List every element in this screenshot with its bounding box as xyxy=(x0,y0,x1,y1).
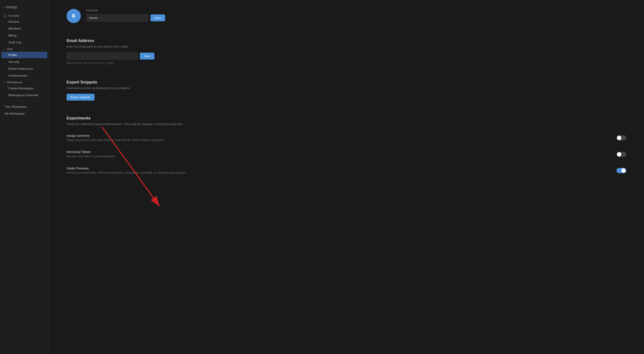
sidebar-section-workspaces: □ Workspaces xyxy=(0,79,48,85)
toggle-horizontal-tabset[interactable] xyxy=(616,152,626,157)
full-name-save-button[interactable]: Save xyxy=(150,15,165,21)
experiment-desc-horizontal-tabset: See your open files in a horizontal tabs… xyxy=(66,155,116,158)
email-section-divider xyxy=(66,32,626,32)
experiments-title: Experiments xyxy=(66,116,626,121)
experiment-info-assign-someone: Assign someoneAssign someone to each ema… xyxy=(66,134,165,142)
email-save-button[interactable]: Save xyxy=(140,53,154,60)
sidebar-item-audit-log[interactable]: Audit Log xyxy=(1,39,47,46)
experiment-row-assign-someone: Assign someoneAssign someone to each ema… xyxy=(66,130,626,146)
sidebar-item-security[interactable]: Security xyxy=(1,59,47,65)
experiment-name-assign-someone: Assign someone xyxy=(66,134,165,137)
export-section-divider xyxy=(66,74,626,74)
sidebar: ‹ Settings ◯ Account General Members Bil… xyxy=(0,0,49,354)
experiment-name-faster-previews: Faster Previews xyxy=(66,167,186,170)
toggle-assign-someone[interactable] xyxy=(616,135,626,141)
experiment-info-faster-previews: Faster PreviewsPreview your email faster… xyxy=(66,167,186,175)
sidebar-item-my-workspace[interactable]: My Workspace xyxy=(1,110,47,117)
experiments-section: Experiments These are unfinished experim… xyxy=(66,116,626,179)
circle-person-icon: ○ xyxy=(4,48,5,51)
experiment-name-horizontal-tabset: Horizontal Tabset xyxy=(66,150,116,154)
export-snippets-section: Export Snippets Download a zip file cont… xyxy=(66,80,626,101)
experiment-info-horizontal-tabset: Horizontal TabsetSee your open files in … xyxy=(66,150,116,158)
workspaces-icon: □ xyxy=(4,81,5,84)
sidebar-section-user: ○ User xyxy=(0,46,48,52)
person-icon: ◯ xyxy=(4,14,6,17)
back-label: Settings xyxy=(6,5,17,9)
email-section-title: Email Address xyxy=(66,39,626,43)
export-section-desc: Download a zip file containing all of yo… xyxy=(66,86,626,90)
back-button[interactable]: ‹ Settings xyxy=(0,4,48,13)
sidebar-divider xyxy=(4,101,45,101)
full-name-label: Full name xyxy=(86,9,165,12)
sidebar-item-achievements[interactable]: Achievements xyxy=(1,72,47,79)
sidebar-item-members[interactable]: Members xyxy=(1,25,47,32)
email-section-desc: Enter the email address you want to use … xyxy=(66,45,626,49)
experiment-row-horizontal-tabset: Horizontal TabsetSee your open files in … xyxy=(66,146,626,163)
toggle-faster-previews[interactable] xyxy=(616,168,626,173)
export-snippets-button[interactable]: Export snippets xyxy=(66,94,94,101)
sidebar-item-workspaces-overview[interactable]: Workspaces Overview xyxy=(1,92,47,98)
sidebar-item-profile[interactable]: Profile xyxy=(1,52,47,58)
experiments-list: Assign someoneAssign someone to each ema… xyxy=(66,130,626,179)
email-helper-text: We will email you to confirm the change. xyxy=(66,62,626,65)
profile-name-section: Full name Save xyxy=(86,9,165,22)
experiment-desc-assign-someone: Assign someone to each email. Must be us… xyxy=(66,138,165,142)
experiment-row-faster-previews: Faster PreviewsPreview your email faster… xyxy=(66,163,626,179)
sidebar-item-general[interactable]: General xyxy=(1,19,47,25)
chevron-left-icon: ‹ xyxy=(4,5,5,9)
full-name-row: Save xyxy=(86,14,165,22)
experiment-desc-faster-previews: Preview your email faster, with the tran… xyxy=(66,171,186,175)
sidebar-item-create-workspace[interactable]: Create Workspace... xyxy=(1,85,47,92)
main-content: B Full name Save Email Address Enter the… xyxy=(49,0,644,354)
email-input[interactable] xyxy=(66,52,138,60)
experiments-section-divider xyxy=(66,110,626,110)
sidebar-item-your-workspace[interactable]: Your Workspace xyxy=(1,104,47,110)
sidebar-item-email-preferences[interactable]: Email Preferences xyxy=(1,66,47,72)
email-address-section: Email Address Enter the email address yo… xyxy=(66,39,626,65)
sidebar-item-billing[interactable]: Billing xyxy=(1,32,47,39)
avatar: B xyxy=(66,9,81,23)
full-name-input[interactable] xyxy=(86,14,148,22)
experiments-desc: These are unfinished experimental featur… xyxy=(66,122,626,126)
sidebar-section-account: ◯ Account xyxy=(0,13,48,18)
email-input-row: Save xyxy=(66,52,626,60)
profile-header: B Full name Save xyxy=(66,9,626,23)
export-section-title: Export Snippets xyxy=(66,80,626,85)
